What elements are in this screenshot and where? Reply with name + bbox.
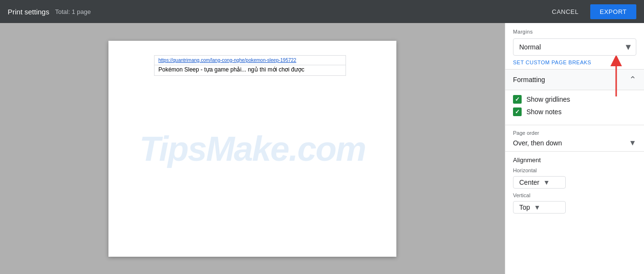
page-order-value: Over, then down — [513, 139, 629, 147]
main-layout: https://quantrimang.com/lang-cong-nghe/p… — [0, 23, 644, 274]
vertical-dropdown[interactable]: Top ▼ — [513, 201, 566, 214]
vertical-dropdown-arrow: ▼ — [534, 203, 541, 211]
vertical-value: Top — [519, 203, 530, 211]
preview-area: https://quantrimang.com/lang-cong-nghe/p… — [0, 23, 505, 274]
horizontal-label: Horizontal — [513, 167, 636, 173]
show-notes-label: Show notes — [526, 108, 561, 116]
vertical-label: Vertical — [513, 192, 636, 198]
watermark: TipsMake.com — [140, 129, 366, 168]
margins-select[interactable]: Normal — [513, 38, 636, 56]
page-title: Print settings — [8, 8, 49, 16]
page-preview: https://quantrimang.com/lang-cong-nghe/p… — [108, 41, 396, 257]
sidebar: Margins Normal ▼ SET CUSTOM PAGE BREAKS … — [505, 23, 644, 274]
export-button[interactable]: EXPORT — [590, 4, 636, 19]
show-gridlines-label: Show gridlines — [526, 95, 570, 103]
show-gridlines-checkbox[interactable] — [513, 95, 522, 104]
page-order-label: Page order — [513, 130, 636, 136]
page-count: Total: 1 page — [55, 8, 91, 15]
show-notes-checkbox[interactable] — [513, 107, 522, 116]
margins-select-wrapper[interactable]: Normal ▼ — [513, 38, 636, 56]
show-notes-row: Show notes — [513, 107, 636, 116]
cancel-button[interactable]: CANCEL — [544, 4, 586, 19]
page-order-select-row[interactable]: Over, then down ▼ — [513, 139, 636, 147]
horizontal-group: Horizontal Center ▼ — [513, 167, 636, 189]
alignment-label: Alignment — [513, 156, 636, 164]
horizontal-dropdown[interactable]: Center ▼ — [513, 176, 566, 189]
topbar-right: CANCEL EXPORT — [544, 4, 636, 19]
horizontal-dropdown-arrow: ▼ — [543, 179, 550, 186]
vertical-group: Vertical Top ▼ — [513, 192, 636, 214]
topbar: Print settings Total: 1 page CANCEL EXPO… — [0, 0, 644, 23]
page-order-arrow: ▼ — [629, 139, 636, 147]
formatting-collapse-icon[interactable]: ⌃ — [629, 74, 636, 85]
topbar-left: Print settings Total: 1 page — [8, 8, 91, 16]
preview-page-title: Pokémon Sleep - tựa game phải... ngủ thì… — [154, 64, 346, 76]
horizontal-value: Center — [519, 179, 539, 186]
alignment-section: Alignment Horizontal Center ▼ Vertical T… — [505, 152, 644, 217]
page-order-section: Page order Over, then down ▼ — [505, 125, 644, 152]
red-arrow-annotation — [608, 56, 625, 99]
formatting-label: Formatting — [513, 76, 545, 83]
margins-label: Margins — [513, 29, 636, 35]
